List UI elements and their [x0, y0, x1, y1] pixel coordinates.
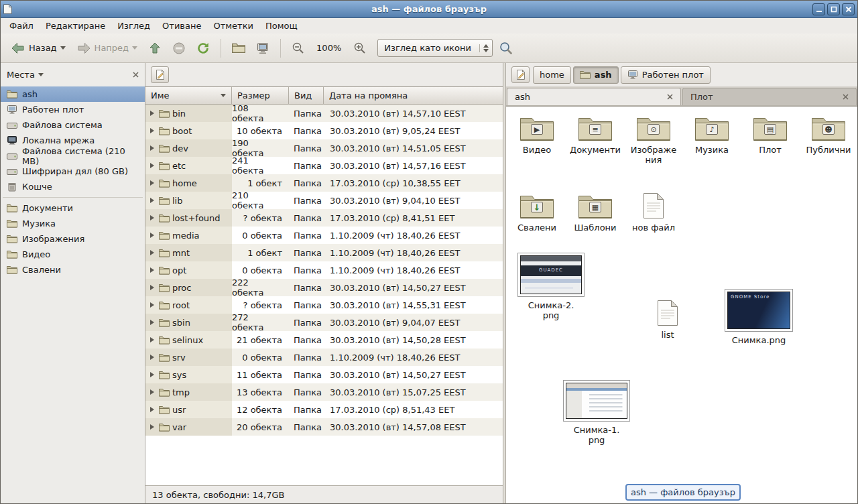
- sidebar-item-0[interactable]: ash: [1, 86, 145, 102]
- expander-icon[interactable]: [148, 302, 156, 308]
- icon-item[interactable]: ☻Публични: [803, 115, 854, 165]
- table-row[interactable]: srv0 обектаПапка1.10.2009 (чт) 18,40,26 …: [145, 349, 503, 366]
- table-row[interactable]: lost+found? обектаПапка17.03.2010 (ср) 8…: [145, 209, 503, 227]
- column-header-date[interactable]: Дата на промяна: [324, 87, 503, 105]
- sidebar-title[interactable]: Места: [7, 70, 35, 80]
- table-row[interactable]: bin108 обектаПапка30.03.2010 (вт) 14,57,…: [145, 105, 503, 122]
- back-button[interactable]: Назад: [6, 37, 70, 60]
- expander-icon[interactable]: [148, 232, 156, 239]
- view-mode-select[interactable]: Изглед като икони: [377, 39, 493, 57]
- menu-item-5[interactable]: Помощ: [259, 19, 304, 33]
- sidebar-item-1[interactable]: Работен плот: [1, 102, 145, 117]
- column-header-size[interactable]: Размер: [232, 87, 289, 105]
- maximize-button[interactable]: [827, 3, 840, 15]
- close-button[interactable]: [842, 3, 855, 15]
- path-button-0[interactable]: home: [533, 66, 571, 84]
- table-row[interactable]: media0 обектаПапка1.10.2009 (чт) 18,40,2…: [145, 227, 503, 244]
- table-row[interactable]: usr12 обектаПапка17.03.2010 (ср) 8,51,43…: [145, 401, 503, 418]
- expander-icon[interactable]: [148, 162, 156, 169]
- forward-button[interactable]: Напред: [72, 37, 142, 60]
- sidebar-item-12[interactable]: Свалени: [1, 262, 145, 277]
- sidebar-item-2[interactable]: Файлова система: [1, 117, 145, 133]
- expander-icon[interactable]: [148, 180, 156, 186]
- menu-item-4[interactable]: Отметки: [207, 19, 259, 33]
- icon-item[interactable]: ▤Плот: [745, 115, 796, 165]
- zoom-in-button[interactable]: [349, 37, 371, 60]
- icon-item[interactable]: GUADECСнимка-2.png: [514, 253, 588, 320]
- expander-icon[interactable]: [148, 110, 156, 117]
- stop-button[interactable]: [168, 37, 190, 60]
- table-row[interactable]: selinux21 обектаПапка30.03.2010 (вт) 14,…: [145, 331, 503, 349]
- expander-icon[interactable]: [148, 214, 156, 221]
- expander-icon[interactable]: [148, 371, 156, 378]
- table-row[interactable]: sbin272 обектаПапка30.03.2010 (вт) 9,04,…: [145, 314, 503, 331]
- expander-icon[interactable]: [148, 249, 156, 256]
- icon-item[interactable]: ≡Документи: [570, 115, 621, 165]
- icon-item[interactable]: ▦Шаблони: [570, 192, 621, 233]
- computer-button[interactable]: [251, 37, 274, 60]
- expander-icon[interactable]: [148, 127, 156, 134]
- sidebar-item-5[interactable]: Шифриран дял (80 GB): [1, 164, 145, 179]
- column-header-name[interactable]: Име: [145, 87, 232, 105]
- expander-icon[interactable]: [148, 336, 156, 343]
- tab-1[interactable]: Плот: [682, 88, 857, 105]
- expander-icon[interactable]: [148, 406, 156, 413]
- zoom-out-button[interactable]: [287, 37, 309, 60]
- path-button-2[interactable]: Работен плот: [621, 66, 711, 84]
- reload-button[interactable]: [192, 37, 214, 60]
- forward-history-caret-icon[interactable]: [132, 46, 137, 50]
- expander-icon[interactable]: [148, 197, 156, 204]
- table-row[interactable]: opt0 обектаПапка1.10.2009 (чт) 18,40,26 …: [145, 261, 503, 279]
- icon-item[interactable]: нов файл: [628, 192, 679, 233]
- tab-0[interactable]: ash: [507, 88, 681, 105]
- sidebar-item-9[interactable]: Музика: [1, 216, 145, 231]
- sidebar-item-8[interactable]: Документи: [1, 200, 145, 216]
- table-row[interactable]: boot10 обектаПапка30.03.2010 (вт) 9,05,2…: [145, 122, 503, 139]
- sidebar-item-10[interactable]: Изображения: [1, 231, 145, 247]
- expander-icon[interactable]: [148, 145, 156, 151]
- table-row[interactable]: lib210 обектаПапка30.03.2010 (вт) 9,04,1…: [145, 192, 503, 209]
- icon-item[interactable]: ⊙Изображения: [628, 115, 679, 165]
- table-row[interactable]: sys11 обектаПапка30.03.2010 (вт) 14,50,2…: [145, 366, 503, 383]
- table-row[interactable]: dev190 обектаПапка30.03.2010 (вт) 14,51,…: [145, 139, 503, 157]
- expander-icon[interactable]: [148, 389, 156, 395]
- icon-view[interactable]: ▶Видео≡Документи⊙Изображения♪Музика▤Плот…: [506, 106, 857, 503]
- icon-item[interactable]: ♪Музика: [686, 115, 737, 165]
- tab-close-icon[interactable]: [667, 94, 673, 100]
- table-row[interactable]: home1 обектПапка17.03.2010 (ср) 10,38,55…: [145, 174, 503, 192]
- sidebar-item-6[interactable]: Кошче: [1, 179, 145, 194]
- menu-item-0[interactable]: Файл: [3, 19, 40, 33]
- tab-close-icon[interactable]: [843, 94, 849, 100]
- sidebar-item-11[interactable]: Видео: [1, 247, 145, 262]
- menu-item-2[interactable]: Изглед: [111, 19, 156, 33]
- home-button[interactable]: [227, 37, 250, 60]
- search-button[interactable]: [494, 37, 517, 60]
- table-row[interactable]: var20 обектаПапка30.03.2010 (вт) 14,57,0…: [145, 418, 503, 436]
- table-row[interactable]: root? обектаПапка30.03.2010 (вт) 14,55,3…: [145, 296, 503, 314]
- taskbar-window-button[interactable]: ash — файлов браузър: [625, 484, 741, 501]
- icon-item[interactable]: Снимка-1.png: [560, 380, 633, 445]
- table-row[interactable]: etc241 обектаПапка30.03.2010 (вт) 14,57,…: [145, 157, 503, 174]
- up-button[interactable]: [143, 37, 166, 60]
- back-history-caret-icon[interactable]: [60, 46, 66, 50]
- icon-item[interactable]: list: [644, 300, 692, 340]
- icon-item[interactable]: GNOME StoreСнимка.png: [721, 289, 797, 345]
- table-row[interactable]: proc222 обектаПапка30.03.2010 (вт) 14,50…: [145, 279, 503, 296]
- expander-icon[interactable]: [148, 354, 156, 361]
- table-row[interactable]: tmp13 обектаПапка30.03.2010 (вт) 15,07,2…: [145, 383, 503, 401]
- sidebar-item-4[interactable]: Файлова система (210 MB): [1, 148, 145, 164]
- icon-item[interactable]: ↓Свалени: [511, 192, 562, 233]
- expander-icon[interactable]: [148, 267, 156, 273]
- sidebar-close-icon[interactable]: [133, 72, 139, 78]
- table-row[interactable]: mnt1 обектПапка1.10.2009 (чт) 18,40,26 E…: [145, 244, 503, 261]
- location-toggle-button[interactable]: [151, 66, 169, 83]
- location-toggle-button[interactable]: [511, 66, 530, 83]
- menu-item-1[interactable]: Редактиране: [40, 19, 111, 33]
- column-header-type[interactable]: Вид: [289, 87, 324, 105]
- minimize-button[interactable]: [812, 3, 825, 15]
- expander-icon[interactable]: [148, 424, 156, 430]
- icon-item[interactable]: ▶Видео: [511, 115, 562, 165]
- expander-icon[interactable]: [148, 319, 156, 326]
- expander-icon[interactable]: [148, 284, 156, 291]
- sidebar-title-caret-icon[interactable]: [38, 73, 44, 76]
